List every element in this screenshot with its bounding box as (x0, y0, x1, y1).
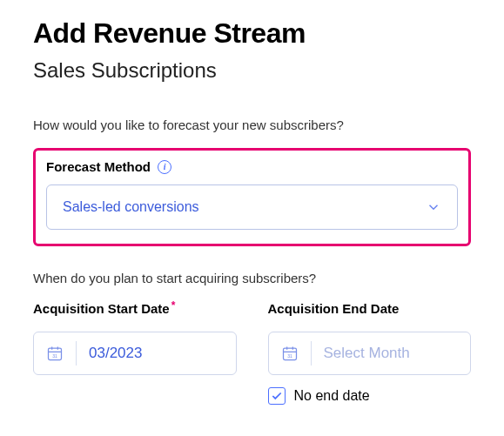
page-subtitle: Sales Subscriptions (33, 58, 471, 83)
acquisition-start-value: 03/2023 (89, 345, 142, 362)
forecast-method-value: Sales-led conversions (63, 199, 199, 215)
forecast-question: How would you like to forecast your new … (33, 117, 471, 132)
acquisition-end-label: Acquisition End Date (268, 301, 472, 316)
calendar-icon: 31 (46, 345, 64, 362)
page-title: Add Revenue Stream (33, 17, 471, 50)
forecast-method-select[interactable]: Sales-led conversions (46, 184, 458, 230)
no-end-date-label: No end date (294, 388, 370, 404)
acquisition-question: When do you plan to start acquiring subs… (33, 271, 471, 285)
info-icon[interactable]: i (158, 160, 171, 174)
forecast-method-section: Forecast Method i Sales-led conversions (33, 148, 471, 246)
acquisition-start-field[interactable]: 31 03/2023 (33, 332, 237, 375)
forecast-method-label: Forecast Method (46, 159, 151, 174)
chevron-down-icon (426, 199, 441, 215)
check-icon (271, 390, 283, 402)
no-end-date-checkbox[interactable] (268, 387, 286, 405)
field-divider (311, 341, 312, 366)
acquisition-end-field[interactable]: 31 Select Month (268, 332, 472, 375)
calendar-icon: 31 (281, 345, 299, 362)
field-divider (76, 341, 77, 366)
required-asterisk: * (171, 299, 176, 312)
svg-text:31: 31 (287, 353, 292, 359)
svg-text:31: 31 (52, 353, 57, 359)
acquisition-end-placeholder: Select Month (324, 345, 410, 362)
acquisition-start-label: Acquisition Start Date* (33, 301, 237, 316)
